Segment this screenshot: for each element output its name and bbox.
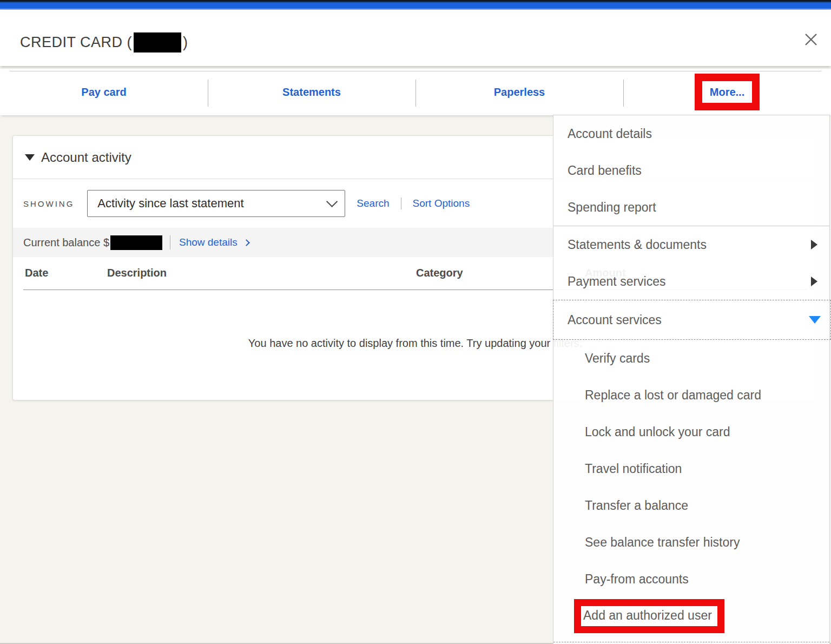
- annotation-box-add-authorized-user: Add an authorized user: [574, 599, 724, 633]
- divider: [401, 198, 401, 209]
- browser-top-bar: [0, 0, 831, 10]
- close-button[interactable]: [799, 27, 823, 52]
- activity-filter-select[interactable]: Activity since last statement: [87, 190, 345, 217]
- tab-more[interactable]: More...: [623, 69, 831, 115]
- activity-filter-value: Activity since last statement: [97, 196, 243, 211]
- tab-statements-label: Statements: [282, 86, 341, 98]
- tab-bar: Pay card Statements Paperless More...: [0, 69, 831, 115]
- menu-item-transfer-balance[interactable]: Transfer a balance: [553, 487, 829, 524]
- flyout-arrow-icon: [811, 277, 817, 286]
- annotation-box-more: More...: [695, 74, 760, 110]
- modal-title-bar: CREDIT CARD (): [0, 10, 831, 66]
- show-details-link[interactable]: Show details: [179, 236, 249, 248]
- redacted-balance: [110, 235, 162, 250]
- menu-item-lock-unlock-card[interactable]: Lock and unlock your card: [553, 413, 829, 450]
- menu-item-statements-documents[interactable]: Statements & documents: [553, 226, 829, 263]
- title-text-prefix: CREDIT CARD (: [20, 34, 132, 51]
- menu-item-travel-notification[interactable]: Travel notification: [553, 450, 829, 487]
- divider: [170, 235, 170, 249]
- section-title: Account activity: [41, 150, 131, 165]
- tab-pay-card[interactable]: Pay card: [0, 69, 208, 115]
- menu-item-balance-transfer-history[interactable]: See balance transfer history: [553, 524, 829, 561]
- menu-item-pay-from-accounts[interactable]: Pay-from accounts: [553, 561, 829, 597]
- current-balance-label: Current balance: [23, 236, 100, 249]
- sort-options-link[interactable]: Sort Options: [413, 198, 470, 209]
- page-title: CREDIT CARD (): [20, 32, 188, 52]
- menu-item-verify-cards[interactable]: Verify cards: [553, 340, 829, 377]
- tab-pay-card-label: Pay card: [81, 86, 126, 98]
- redacted-card-number: [134, 32, 181, 52]
- menu-item-payment-services[interactable]: Payment services: [553, 263, 829, 300]
- tab-paperless[interactable]: Paperless: [416, 69, 623, 115]
- menu-item-replace-card[interactable]: Replace a lost or damaged card: [553, 377, 829, 413]
- collapse-triangle-icon[interactable]: [25, 154, 35, 161]
- search-link[interactable]: Search: [357, 198, 389, 209]
- showing-label: SHOWING: [23, 199, 74, 208]
- currency-symbol: $: [103, 236, 109, 249]
- menu-item-account-details[interactable]: Account details: [553, 115, 829, 152]
- menu-item-add-authorized-user[interactable]: Add an authorized user: [553, 597, 829, 634]
- more-dropdown-menu: Account details Card benefits Spending r…: [553, 115, 830, 644]
- column-header-category: Category: [416, 267, 463, 279]
- chevron-right-icon: [243, 239, 250, 246]
- tab-statements[interactable]: Statements: [208, 69, 416, 115]
- credit-card-modal: CREDIT CARD () Pay card Statements Paper…: [0, 0, 831, 644]
- close-icon: [803, 31, 819, 48]
- flyout-arrow-icon: [811, 240, 817, 249]
- title-text-suffix: ): [183, 34, 188, 51]
- menu-item-card-benefits[interactable]: Card benefits: [553, 152, 829, 189]
- tab-more-label: More...: [710, 86, 744, 98]
- column-header-description: Description: [107, 267, 167, 279]
- expand-triangle-icon: [809, 316, 821, 324]
- menu-item-spending-report[interactable]: Spending report: [553, 189, 829, 226]
- chevron-down-icon: [326, 196, 338, 207]
- tab-paperless-label: Paperless: [494, 86, 545, 98]
- column-header-date: Date: [25, 267, 48, 279]
- menu-item-account-services[interactable]: Account services: [553, 300, 831, 340]
